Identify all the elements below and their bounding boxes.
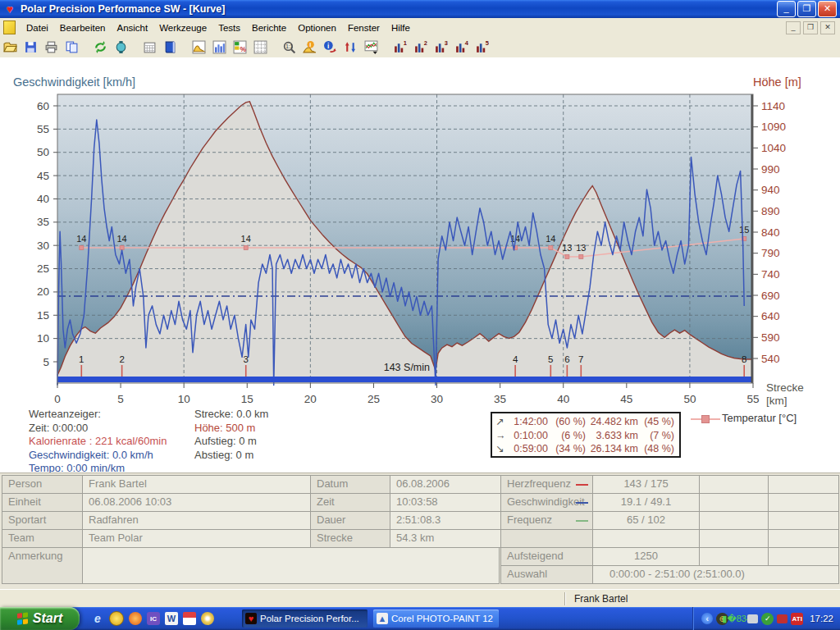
copy-icon[interactable]	[62, 39, 81, 56]
menu-werkzeuge[interactable]: Werkzeuge	[153, 21, 212, 35]
start-button[interactable]: Start	[0, 607, 80, 630]
menu-ansicht[interactable]: Ansicht	[111, 21, 153, 35]
polar-heart-icon: ♥	[245, 613, 257, 624]
watch-device-icon[interactable]	[112, 39, 130, 56]
grid-view-icon[interactable]	[251, 39, 270, 56]
lap-chart-2-icon[interactable]: 2	[411, 39, 430, 56]
table-cell: Dauer	[310, 511, 390, 530]
statusbar: Frank Bartel	[0, 589, 840, 608]
table-cell	[82, 547, 500, 584]
table-cell	[699, 529, 769, 548]
table-cell: Auswahl	[500, 565, 593, 584]
table-cell: Geschwindigkeit	[500, 493, 593, 512]
ascent-arrow-icon: ↗	[495, 415, 507, 429]
print-icon[interactable]	[42, 39, 61, 56]
task-corel-photopaint[interactable]: ▲ Corel PHOTO-PAINT 12	[373, 609, 499, 628]
menu-berichte[interactable]: Berichte	[246, 21, 292, 35]
mdi-minimize-button[interactable]: _	[786, 21, 801, 34]
menu-fenster[interactable]: Fenster	[342, 21, 386, 35]
lap-chart-1-icon[interactable]: 1	[390, 39, 409, 56]
save-icon[interactable]	[21, 39, 40, 56]
diary-icon[interactable]	[161, 39, 180, 56]
curve-view-icon[interactable]	[189, 39, 208, 56]
value-cursor-readout: Werteanzeiger:Zeit: 0:00:00Kalorienrate …	[29, 408, 167, 476]
lap-chart-4-icon[interactable]: 4	[452, 39, 471, 56]
signal-tray-icon[interactable]: ▮�834;	[732, 613, 744, 625]
shield-check-icon[interactable]: ✓	[761, 613, 774, 625]
curve-view-panel: 141414141413131512345678143 S/min6055504…	[0, 57, 840, 472]
mail-paint-icon[interactable]	[183, 612, 196, 625]
zoom-1to1-icon[interactable]: 1:1	[280, 39, 299, 56]
svg-text:5: 5	[43, 356, 49, 368]
svg-text:40: 40	[557, 393, 569, 405]
sync-device-icon[interactable]	[91, 39, 110, 56]
bar-view-icon[interactable]	[210, 39, 229, 56]
table-cell: Anmerkung	[2, 547, 83, 584]
svg-text:14: 14	[546, 234, 555, 244]
clock-app-icon[interactable]	[109, 611, 124, 626]
svg-text:60: 60	[37, 100, 49, 112]
svg-text:45: 45	[620, 393, 632, 405]
minimize-button[interactable]: _	[777, 1, 796, 17]
calendar-icon[interactable]	[140, 39, 159, 56]
svg-text:30: 30	[431, 393, 443, 405]
mdi-restore-button[interactable]: ❐	[803, 21, 818, 34]
svg-text:i: i	[327, 42, 329, 50]
open-file-icon[interactable]	[1, 39, 20, 56]
document-icon	[3, 21, 16, 34]
menu-datei[interactable]: Datei	[21, 21, 54, 35]
svg-text:15: 15	[241, 393, 253, 405]
firefox-icon[interactable]	[129, 612, 142, 625]
purple-app-icon[interactable]: IC	[147, 612, 160, 625]
percent-view-icon[interactable]: %	[231, 39, 249, 56]
corel-photopaint-icon: ▲	[377, 613, 388, 624]
restore-button[interactable]: ❐	[797, 1, 816, 17]
temperature-legend-label: Temperatur [°C]	[722, 412, 797, 424]
cd-burner-icon[interactable]	[201, 612, 214, 625]
ati-tray-icon[interactable]: ATI	[791, 613, 803, 625]
svg-text:45: 45	[37, 170, 49, 182]
info-pointer-icon[interactable]: i	[321, 39, 340, 56]
network-monitor-icon[interactable]	[747, 614, 758, 623]
display-tray-icon[interactable]	[777, 614, 788, 623]
series-color-dash	[576, 520, 588, 522]
menu-bearbeiten[interactable]: Bearbeiten	[54, 21, 112, 35]
menubar: Datei Bearbeiten Ansicht Werkzeuge Tests…	[0, 18, 840, 38]
info-curve-icon[interactable]: i	[300, 39, 319, 56]
word-icon[interactable]: W	[165, 612, 178, 625]
svg-text:0: 0	[54, 393, 61, 405]
table-cell: Zeit	[310, 493, 390, 512]
svg-text:2: 2	[424, 40, 427, 47]
tray-chevron-icon[interactable]: ‹	[701, 613, 713, 624]
taskbar: Start e IC W ♥ Polar Precision Perfor...…	[0, 607, 840, 630]
svg-text:14: 14	[76, 234, 86, 244]
table-cell: Einheit	[2, 493, 83, 512]
statusbar-user: Frank Bartel	[574, 593, 628, 605]
svg-text:50: 50	[683, 393, 696, 405]
task-polar-precision[interactable]: ♥ Polar Precision Perfor...	[242, 609, 368, 628]
mdi-close-button[interactable]: ✕	[820, 21, 835, 34]
svg-text:55: 55	[37, 123, 49, 135]
svg-text:%: %	[240, 45, 247, 53]
table-cell	[768, 529, 839, 548]
menu-optionen[interactable]: Optionen	[292, 21, 342, 35]
table-cell	[699, 511, 769, 530]
lap-chart-3-icon[interactable]: 3	[431, 39, 450, 56]
compare-arrows-icon[interactable]	[341, 39, 360, 56]
multi-curve-icon[interactable]	[362, 39, 381, 56]
svg-text:1040: 1040	[761, 142, 786, 154]
svg-text:4: 4	[513, 354, 518, 364]
svg-text:13: 13	[562, 243, 572, 253]
task-buttons: ♥ Polar Precision Perfor... ▲ Corel PHOT…	[242, 609, 499, 628]
readout-line: Höhe: 500 m	[194, 422, 268, 436]
svg-text:10: 10	[178, 393, 190, 405]
close-button[interactable]: ✕	[818, 1, 837, 17]
lap-chart-5-icon[interactable]: 5	[472, 39, 491, 56]
svg-text:6: 6	[564, 354, 569, 364]
svg-text:840: 840	[761, 226, 780, 239]
menu-tests[interactable]: Tests	[212, 21, 246, 35]
internet-explorer-icon[interactable]: e	[91, 612, 104, 625]
svg-text:1140: 1140	[761, 100, 785, 112]
left-axis-title: Geschwindigkeit [km/h]	[13, 75, 135, 89]
menu-hilfe[interactable]: Hilfe	[386, 21, 416, 35]
